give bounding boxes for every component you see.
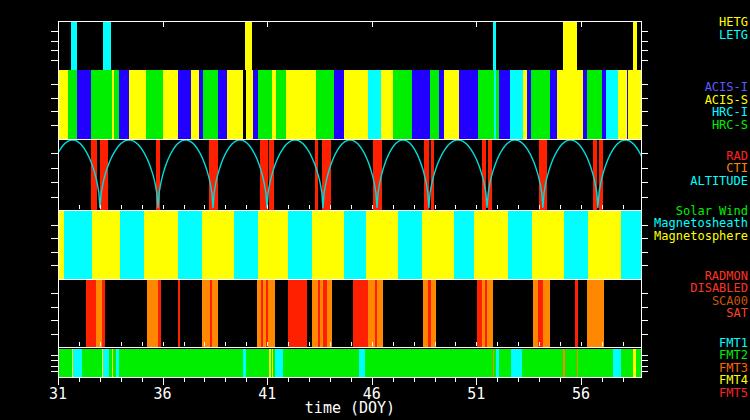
panel5-day-tick [455, 342, 456, 346]
solar-regions-segment [120, 211, 144, 279]
instruments-segment [178, 70, 191, 139]
y-tick [641, 31, 648, 32]
top-major-tick [267, 22, 268, 27]
legend-label-letg: LETG [719, 29, 748, 42]
panel5-day-tick [393, 342, 394, 346]
panel3-day-tick [142, 205, 143, 209]
x-minor-tick [225, 378, 226, 382]
radmon-events-segment [86, 279, 96, 348]
instruments-segment [58, 70, 68, 139]
legend-label-disabled: DISABLED [690, 282, 748, 295]
gratings-segment [633, 21, 636, 70]
x-tick-label: 41 [245, 385, 289, 403]
instruments-segment [393, 70, 412, 139]
y-tick [51, 50, 58, 51]
telemetry-formats-segment [103, 349, 109, 377]
y-tick [51, 371, 58, 372]
legend-label-fmt5: FMT5 [719, 387, 748, 400]
instruments-segment [316, 70, 334, 139]
instruments-segment [203, 70, 218, 139]
y-tick [51, 360, 58, 361]
top-major-tick [476, 22, 477, 27]
y-tick [641, 265, 648, 266]
y-tick [51, 111, 58, 112]
panel3-day-tick [58, 205, 59, 209]
instruments-segment [381, 70, 393, 139]
instruments-segment [119, 70, 129, 139]
track-gratings-panel [58, 21, 641, 70]
panel3-day-tick [309, 205, 310, 209]
radmon-events-segment [147, 279, 158, 348]
instruments-segment [163, 70, 179, 139]
x-minor-tick [455, 378, 456, 382]
y-tick [641, 371, 648, 372]
y-tick [641, 50, 648, 51]
x-minor-tick [246, 378, 247, 382]
panel3-day-tick [539, 205, 540, 209]
instruments-segment [77, 70, 91, 139]
y-tick [51, 41, 58, 42]
x-major-tick [476, 378, 477, 385]
x-major-tick [58, 378, 59, 385]
panel5-day-tick [435, 342, 436, 346]
gratings-segment [493, 21, 496, 70]
solar-regions-segment [621, 211, 641, 279]
x-minor-tick [393, 378, 394, 382]
panel-frame [58, 279, 642, 280]
instruments-segment [550, 70, 557, 139]
x-tick-label: 36 [141, 385, 185, 403]
x-major-tick [581, 378, 582, 385]
telemetry-formats-segment [269, 349, 270, 377]
y-tick [51, 60, 58, 61]
y-tick [641, 84, 648, 85]
legend-label-magnetosheath: Magnetosheath [654, 217, 748, 230]
y-tick [51, 293, 58, 294]
radmon-events-segment [268, 279, 274, 348]
panel3-day-tick [267, 205, 268, 209]
instruments-segment [430, 70, 439, 139]
panel3-day-tick [581, 205, 582, 209]
instruments-segment [286, 70, 316, 139]
panel5-day-tick [309, 342, 310, 346]
legend-label-acis-i: ACIS-I [705, 81, 748, 94]
instruments-segment [91, 70, 112, 139]
solar-regions-segment [454, 211, 474, 279]
panel3-day-tick [602, 205, 603, 209]
solar-regions-segment [508, 211, 532, 279]
telemetry-formats-segment [493, 349, 494, 377]
x-minor-tick [330, 378, 331, 382]
panel3-day-tick [372, 205, 373, 209]
legend-label-hrc-s: HRC-S [705, 119, 748, 132]
x-tick-label: 51 [454, 385, 498, 403]
y-tick [51, 182, 58, 183]
y-tick [641, 225, 648, 226]
instruments-segment [334, 70, 344, 139]
y-tick [641, 293, 648, 294]
solar-regions-segment [234, 211, 258, 279]
legend-label-magnetosphere: Magnetosphere [654, 230, 748, 243]
top-major-tick [163, 22, 164, 27]
telemetry-formats-segment [613, 349, 621, 377]
panel3-day-tick [476, 205, 477, 209]
track-instruments-panel [58, 70, 641, 139]
panel3-day-tick [121, 205, 122, 209]
instruments-segment [478, 70, 493, 139]
panel5-day-tick [225, 342, 226, 346]
legend-solar-regions: Solar WindMagnetosheathMagnetosphere [654, 205, 748, 243]
y-tick [641, 307, 648, 308]
panel5-day-tick [330, 342, 331, 346]
top-major-tick [58, 22, 59, 27]
radmon-events-segment [102, 279, 105, 348]
gratings-segment [563, 21, 576, 70]
panel3-day-tick [163, 205, 164, 209]
x-minor-tick [560, 378, 561, 382]
panel5-day-tick [351, 342, 352, 346]
legend-label-sat: SAT [690, 307, 748, 320]
y-tick [641, 334, 648, 335]
y-tick [51, 334, 58, 335]
panel3-day-tick [79, 205, 80, 209]
top-major-tick [581, 22, 582, 27]
y-tick [51, 366, 58, 367]
panel3-day-tick [204, 205, 205, 209]
legend-label-cti: CTI [690, 162, 748, 175]
